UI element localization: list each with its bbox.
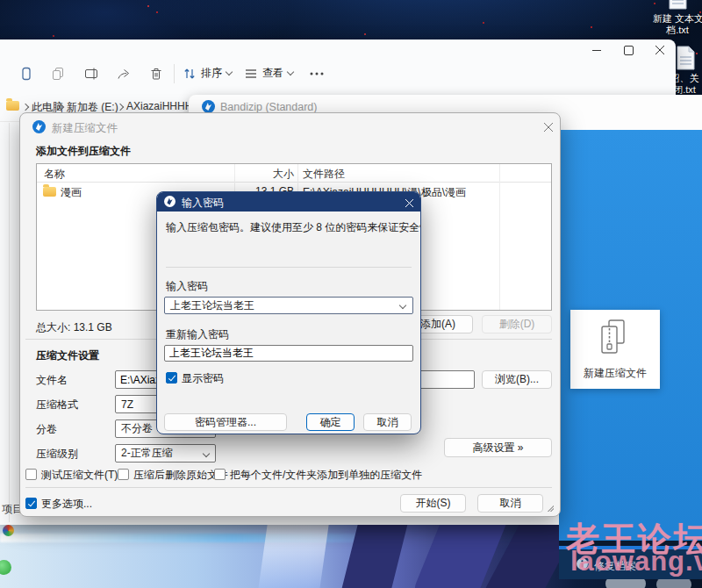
minimize-button[interactable] xyxy=(584,43,609,57)
view-button[interactable]: 查看 xyxy=(244,66,293,81)
chevron-down-icon xyxy=(399,302,406,309)
filename-label: 文件名 xyxy=(36,373,68,388)
column-header-size[interactable]: 大小 xyxy=(239,167,294,182)
rename-button[interactable] xyxy=(84,67,98,83)
wallpaper-band-1 xyxy=(339,520,411,588)
bandizip-window-title: Bandizip (Standard) xyxy=(220,101,317,113)
screen: 新建 文本文 档.txt 绍、关 闭.txt 排序 查看 此电 xyxy=(0,0,702,588)
separate-archives-label[interactable]: 把每个文件/文件夹添加到单独的压缩文件 xyxy=(230,468,422,483)
close-button[interactable] xyxy=(403,197,415,209)
show-password-label[interactable]: 显示密码 xyxy=(182,371,224,386)
dialog-title: 新建压缩文件 xyxy=(52,121,118,136)
password-cancel-button[interactable]: 取消 xyxy=(363,413,412,431)
close-button[interactable] xyxy=(540,118,557,136)
rename-icon xyxy=(84,67,98,81)
more-button[interactable] xyxy=(309,67,325,83)
row-name: 漫画 xyxy=(61,185,82,200)
close-icon xyxy=(544,123,553,132)
password-dialog-title: 输入密码 xyxy=(182,196,224,211)
more-options-checkbox[interactable] xyxy=(25,498,37,509)
column-header-path[interactable]: 文件路径 xyxy=(303,167,345,182)
level-combobox[interactable]: 2-正常压缩 xyxy=(115,444,216,463)
more-options-label[interactable]: 更多选项... xyxy=(41,497,92,512)
maximize-button[interactable] xyxy=(616,43,641,57)
desktop-icon-new-text-file[interactable]: 新建 文本文 档.txt xyxy=(653,0,702,40)
maximize-icon xyxy=(624,46,634,55)
share-icon xyxy=(117,67,131,81)
settings-section-title: 压缩文件设置 xyxy=(36,348,99,363)
list-header: 名称 大小 文件路径 xyxy=(37,164,551,183)
sort-arrows-icon xyxy=(183,67,197,81)
password-hint-text: 输入压缩包密码。建议使用至少 8 位的密码来保证安全性。 xyxy=(166,220,421,235)
delete-button[interactable] xyxy=(149,67,163,83)
wallpaper-glow-line xyxy=(0,534,386,542)
chevron-down-icon xyxy=(287,68,294,75)
copy-button[interactable] xyxy=(51,67,65,83)
level-value: 2-正常压缩 xyxy=(121,446,173,461)
delete-button[interactable]: 删除(D) xyxy=(482,315,552,333)
close-button[interactable] xyxy=(648,43,672,57)
folder-icon xyxy=(6,101,19,111)
watermark-line-2: laowang.vip xyxy=(570,546,702,577)
view-label: 查看 xyxy=(262,66,283,81)
view-list-icon xyxy=(244,67,258,81)
new-archive-card-label: 新建压缩文件 xyxy=(570,366,660,381)
folder-icon xyxy=(43,187,56,197)
bandizip-content: 新建压缩文件 修复档案 xyxy=(559,130,702,579)
resize-grip[interactable] xyxy=(547,505,554,512)
volume-value: 不分卷 xyxy=(121,421,153,436)
add-files-section-title: 添加文件到压缩文件 xyxy=(36,144,131,159)
show-password-checkbox[interactable] xyxy=(166,372,177,384)
browse-button[interactable]: 浏览(B)... xyxy=(482,370,552,389)
password-value: 上老王论坛当老王 xyxy=(170,298,254,313)
wallpaper-panel xyxy=(259,520,330,588)
password-combobox[interactable]: 上老王论坛当老王 xyxy=(164,297,413,314)
password-divider xyxy=(166,267,412,268)
cancel-button[interactable]: 取消 xyxy=(477,494,543,513)
close-icon xyxy=(405,199,413,207)
volume-label: 分卷 xyxy=(36,422,57,437)
password-label: 输入密码 xyxy=(166,279,208,294)
breadcrumb-separator-icon xyxy=(22,104,29,111)
delete-after-checkbox[interactable] xyxy=(118,469,129,480)
start-button[interactable]: 开始(S) xyxy=(400,494,466,513)
password-dialog-titlebar[interactable]: 输入密码 xyxy=(157,192,420,212)
separate-archives-checkbox[interactable] xyxy=(214,469,226,480)
ok-button[interactable]: 确定 xyxy=(306,413,355,431)
more-dots-icon xyxy=(309,67,325,81)
format-label: 压缩格式 xyxy=(36,398,78,412)
cut-icon xyxy=(19,67,33,81)
new-archive-card[interactable]: 新建压缩文件 xyxy=(570,310,660,389)
footer-divider xyxy=(25,487,552,488)
confirm-password-input[interactable] xyxy=(164,345,413,362)
toolbar-separator xyxy=(174,64,175,83)
close-icon xyxy=(655,46,664,54)
password-manager-button[interactable]: 密码管理器... xyxy=(164,413,287,431)
test-archive-checkbox[interactable] xyxy=(25,469,37,480)
minimize-icon xyxy=(592,50,601,51)
sort-button[interactable]: 排序 xyxy=(183,66,232,81)
wallpaper-lights xyxy=(147,5,149,7)
chevron-down-icon xyxy=(203,450,210,457)
cut-button[interactable] xyxy=(19,67,33,83)
format-value: 7Z xyxy=(121,398,133,411)
level-label: 压缩级别 xyxy=(36,447,78,462)
app-logo-icon[interactable] xyxy=(3,525,14,536)
test-archive-label[interactable]: 测试压缩文件(T) xyxy=(41,468,118,483)
advanced-settings-button[interactable]: 高级设置 » xyxy=(444,438,552,457)
total-size-text: 总大小: 13.1 GB xyxy=(36,320,112,335)
trash-icon xyxy=(149,67,163,81)
password-dialog: 输入密码 输入压缩包密码。建议使用至少 8 位的密码来保证安全性。 输入密码 上… xyxy=(156,191,421,434)
desktop-icon-label: 档.txt xyxy=(653,24,702,37)
share-button[interactable] xyxy=(117,67,131,83)
sort-label: 排序 xyxy=(201,66,222,81)
green-dot-icon[interactable] xyxy=(0,560,11,575)
nav-pane-divider xyxy=(9,123,10,522)
confirm-password-label: 重新输入密码 xyxy=(166,327,229,342)
column-header-name[interactable]: 名称 xyxy=(44,167,65,182)
copy-icon xyxy=(51,67,65,81)
chevron-down-icon xyxy=(226,68,233,75)
